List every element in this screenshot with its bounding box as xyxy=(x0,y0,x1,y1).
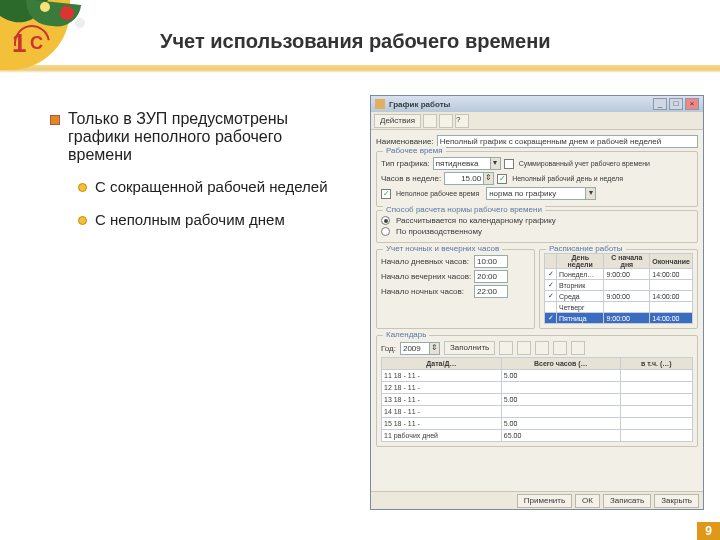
cal-tool-icon[interactable] xyxy=(517,341,531,355)
year-input[interactable]: 2009 xyxy=(400,342,430,355)
help-icon[interactable]: ? xyxy=(455,114,469,128)
chevron-down-icon[interactable]: ▾ xyxy=(586,187,596,200)
bullet-icon xyxy=(78,216,87,225)
daystart-input[interactable]: 10:00 xyxy=(474,255,508,268)
hours-label: Часов в неделе: xyxy=(381,174,441,183)
hours-input[interactable]: 15.00 xyxy=(444,172,484,185)
bullet-icon xyxy=(78,183,87,192)
reduce-checkbox[interactable] xyxy=(381,189,391,199)
stepper-icon[interactable]: ⇕ xyxy=(484,172,494,185)
partial-checkbox[interactable] xyxy=(497,174,507,184)
window-title: График работы xyxy=(389,100,651,109)
slide-title: Учет использования рабочего времени xyxy=(160,30,551,53)
calendar-table[interactable]: Дата/Д…Всего часов (…в т.ч. (…) 11 18 - … xyxy=(381,357,693,442)
toolbar: Действия ? xyxy=(371,112,703,130)
calendar-section: Календарь Год: 2009⇕ Заполнить Дата/Д…Вс… xyxy=(376,335,698,447)
radio-production[interactable] xyxy=(381,227,390,236)
close-button[interactable]: Закрыть xyxy=(654,494,699,508)
schedule-window: График работы _ □ × Действия ? Наименова… xyxy=(370,95,704,510)
type-label: Тип графика: xyxy=(381,159,430,168)
summ-checkbox[interactable] xyxy=(504,159,514,169)
cal-tool-icon[interactable] xyxy=(499,341,513,355)
ok-button[interactable]: ОК xyxy=(575,494,600,508)
stepper-icon[interactable]: ⇕ xyxy=(430,342,440,355)
titlebar[interactable]: График работы _ □ × xyxy=(371,96,703,112)
norm-combo[interactable]: норма по графику xyxy=(486,187,586,200)
1c-logo: 1C xyxy=(12,28,52,60)
radio-calendar[interactable] xyxy=(381,216,390,225)
fill-button[interactable]: Заполнить xyxy=(444,341,495,355)
name-input[interactable]: Неполный график с сокращенным днем и раб… xyxy=(437,135,698,148)
cal-tool-icon[interactable] xyxy=(535,341,549,355)
name-label: Наименование: xyxy=(376,137,434,146)
type-combo[interactable]: пятидневка xyxy=(433,157,491,170)
actions-menu[interactable]: Действия xyxy=(374,114,421,128)
close-button[interactable]: × xyxy=(685,98,699,110)
cal-tool-icon[interactable] xyxy=(571,341,585,355)
apply-button[interactable]: Применить xyxy=(517,494,572,508)
bullet-sub-1: С сокращенной рабочей неделей xyxy=(78,178,350,195)
title-underline xyxy=(0,65,720,73)
bullet-icon xyxy=(50,115,60,125)
schedule-section: Расписание работы День неделиС начала дн… xyxy=(539,249,698,329)
work-time-section: Рабочее время Тип графика: пятидневка▾ С… xyxy=(376,151,698,207)
cal-tool-icon[interactable] xyxy=(553,341,567,355)
save-icon[interactable] xyxy=(423,114,437,128)
footer-bar: Применить ОК Записать Закрыть xyxy=(371,491,703,509)
night-input[interactable]: 22:00 xyxy=(474,285,508,298)
chevron-down-icon[interactable]: ▾ xyxy=(491,157,501,170)
page-number: 9 xyxy=(697,522,720,540)
save-button[interactable]: Записать xyxy=(603,494,651,508)
evening-input[interactable]: 20:00 xyxy=(474,270,508,283)
bullet-sub-2: С неполным рабочим днем xyxy=(78,211,350,228)
minimize-button[interactable]: _ xyxy=(653,98,667,110)
maximize-button[interactable]: □ xyxy=(669,98,683,110)
decorative-corner: 1C xyxy=(0,0,90,90)
window-icon xyxy=(375,99,385,109)
bullet-main: Только в ЗУП предусмотрены графики непол… xyxy=(50,110,350,164)
go-icon[interactable] xyxy=(439,114,453,128)
schedule-table[interactable]: День неделиС начала дняОкончание ✓Понеде… xyxy=(544,253,693,324)
night-hours-section: Учет ночных и вечерних часов Начало днев… xyxy=(376,249,535,329)
norm-calc-section: Способ расчета нормы рабочего времени Ра… xyxy=(376,210,698,243)
